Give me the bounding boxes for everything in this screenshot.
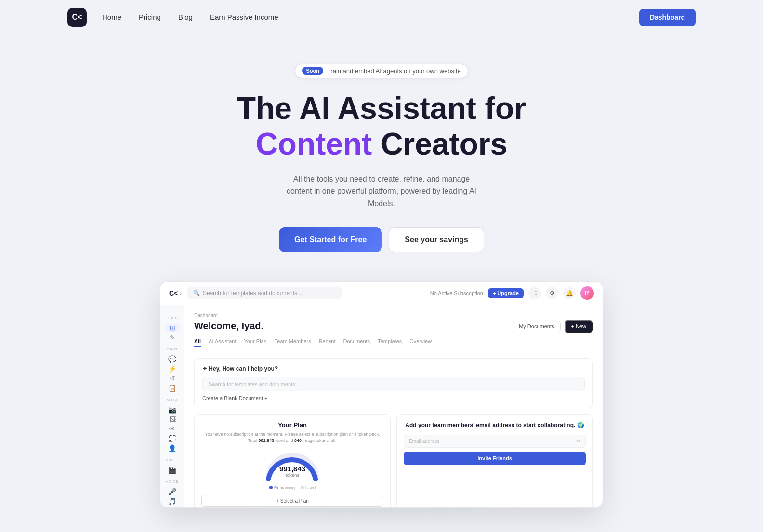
db-bottom-row: Your Plan You have no subscription at th… bbox=[194, 414, 593, 507]
badge-soon: Soon bbox=[302, 67, 323, 75]
db-ai-title: ✦ Hey, How can I help you? bbox=[202, 365, 585, 372]
tab-overview[interactable]: Overview bbox=[409, 338, 432, 347]
db-chevron-icon: › bbox=[180, 290, 182, 296]
db-my-documents-button[interactable]: My Documents bbox=[513, 321, 560, 332]
sidebar-person-icon[interactable]: 👤 bbox=[165, 444, 180, 452]
db-email-placeholder: Email address bbox=[409, 439, 439, 444]
hero-badge: Soon Train and embed AI agents on your o… bbox=[295, 64, 468, 78]
nav-home[interactable]: Home bbox=[102, 13, 121, 21]
nav-earn[interactable]: Earn Passive Income bbox=[210, 13, 278, 21]
db-logo: C< › bbox=[169, 289, 182, 297]
navbar: C< Home Pricing Blog Earn Passive Income… bbox=[0, 0, 763, 35]
db-gauge: 991,843 tokens bbox=[263, 450, 321, 481]
db-plan-card: Your Plan You have no subscription at th… bbox=[194, 414, 391, 507]
db-body: USER ⊞ ✎ CHAT 💬 ⚡ ↺ 📋 IMAGE 📷 🖼 👁 💭 👤 VI… bbox=[160, 305, 603, 507]
sidebar-video-icon[interactable]: 🎬 bbox=[165, 466, 180, 474]
legend-used-label: Used bbox=[305, 485, 316, 490]
db-team-card: Add your team members' email address to … bbox=[396, 414, 593, 507]
db-topbar: C< › 🔍 Search for templates and document… bbox=[160, 282, 603, 305]
sidebar-user-label: USER bbox=[166, 316, 178, 320]
sidebar-video-label: VIDEO bbox=[166, 458, 179, 462]
db-bell-icon[interactable]: 🔔 bbox=[563, 287, 576, 299]
db-topbar-right: No Active Subscription + Upgrade ☽ ⚙ 🔔 I… bbox=[430, 286, 594, 300]
search-icon: 🔍 bbox=[193, 290, 200, 296]
hero-section: Soon Train and embed AI agents on your o… bbox=[0, 35, 763, 527]
nav-logo[interactable]: C< bbox=[67, 8, 87, 27]
legend-remaining-label: Remaining bbox=[274, 485, 295, 490]
tab-your-plan[interactable]: Your Plan bbox=[244, 338, 267, 347]
dashboard-preview: C< › 🔍 Search for templates and document… bbox=[160, 281, 603, 508]
hero-subtitle: All the tools you need to create, refine… bbox=[280, 173, 483, 210]
db-welcome-actions: My Documents + New bbox=[513, 320, 593, 333]
db-ai-card: ✦ Hey, How can I help you? Search for te… bbox=[194, 358, 593, 408]
db-new-button[interactable]: + New bbox=[565, 320, 593, 333]
db-sidebar: USER ⊞ ✎ CHAT 💬 ⚡ ↺ 📋 IMAGE 📷 🖼 👁 💭 👤 VI… bbox=[160, 305, 184, 507]
tab-ai-assistant[interactable]: AI Assistant bbox=[209, 338, 236, 347]
badge-text: Train and embed AI agents on your own we… bbox=[327, 67, 461, 75]
nav-links: Home Pricing Blog Earn Passive Income bbox=[102, 13, 639, 22]
sidebar-mic-icon[interactable]: 🎵 bbox=[165, 497, 180, 505]
db-settings-icon[interactable]: ⚙ bbox=[546, 287, 558, 299]
db-upgrade-button[interactable]: + Upgrade bbox=[488, 288, 524, 298]
db-gauge-tokens: tokens bbox=[279, 473, 305, 478]
db-plan-image-tokens: 940 bbox=[294, 438, 302, 443]
db-search-box[interactable]: 🔍 Search for templates and documents... bbox=[187, 287, 342, 299]
sidebar-chat2-icon[interactable]: 💭 bbox=[165, 435, 180, 442]
sidebar-edit-icon[interactable]: ✎ bbox=[165, 334, 180, 341]
nav-pricing[interactable]: Pricing bbox=[139, 13, 161, 21]
db-invite-friends-button[interactable]: Invite Friends bbox=[404, 452, 586, 465]
sidebar-clipboard-icon[interactable]: 📋 bbox=[165, 384, 180, 392]
db-welcome-title: Welcome, Iyad. bbox=[194, 321, 263, 332]
nav-blog[interactable]: Blog bbox=[178, 13, 193, 21]
sidebar-voice-person-icon[interactable]: 🎤 bbox=[165, 488, 180, 495]
db-email-send-icon: ✉ bbox=[577, 439, 580, 444]
legend-remaining-dot bbox=[269, 486, 273, 489]
tab-documents[interactable]: Documents bbox=[343, 338, 370, 347]
sidebar-voice-label: VOICE bbox=[166, 480, 179, 484]
sidebar-camera-icon[interactable]: 📷 bbox=[165, 406, 180, 414]
tab-recent[interactable]: Recent bbox=[319, 338, 336, 347]
sidebar-sparkle-icon[interactable]: ✦ bbox=[165, 507, 180, 508]
legend-remaining: Remaining bbox=[269, 485, 295, 490]
tab-templates[interactable]: Templates bbox=[378, 338, 402, 347]
db-breadcrumb: Dashboard bbox=[194, 313, 593, 318]
sidebar-chat-label: CHAT bbox=[167, 347, 178, 351]
sidebar-refresh-icon[interactable]: ↺ bbox=[165, 375, 180, 382]
db-create-blank[interactable]: Create a Blank Document + bbox=[202, 395, 585, 401]
hero-title-line2: Content Creators bbox=[256, 127, 508, 161]
sidebar-bolt-icon[interactable]: ⚡ bbox=[165, 365, 180, 373]
db-plan-words: 991,843 bbox=[258, 438, 274, 443]
db-plan-desc: You have no subscription at the moment. … bbox=[201, 431, 383, 444]
db-gauge-number: 991,843 tokens bbox=[279, 465, 305, 481]
db-main-content: Dashboard Welcome, Iyad. My Documents + … bbox=[184, 305, 603, 507]
sidebar-chat-icon[interactable]: 💬 bbox=[165, 355, 180, 363]
hero-buttons: Get Started for Free See your savings bbox=[279, 227, 484, 252]
sidebar-eye-icon[interactable]: 👁 bbox=[165, 425, 180, 433]
db-moon-icon[interactable]: ☽ bbox=[528, 287, 541, 299]
db-select-plan-button[interactable]: + Select a Plan bbox=[201, 495, 383, 507]
logo-text: C< bbox=[72, 13, 82, 22]
sidebar-image-label: IMAGE bbox=[165, 398, 179, 402]
get-started-button[interactable]: Get Started for Free bbox=[279, 227, 382, 252]
dashboard-preview-wrapper: C< › 🔍 Search for templates and document… bbox=[10, 281, 753, 508]
db-plan-title: Your Plan bbox=[201, 421, 383, 428]
sidebar-grid-icon[interactable]: ⊞ bbox=[165, 324, 180, 332]
db-plan-stat: 991,843 bbox=[279, 465, 305, 473]
db-tabs: All AI Assistant Your Plan Team Members … bbox=[194, 338, 593, 351]
db-team-title: Add your team members' email address to … bbox=[405, 421, 584, 429]
db-user-avatar[interactable]: IY bbox=[580, 286, 594, 300]
see-savings-button[interactable]: See your savings bbox=[389, 227, 484, 252]
db-no-subscription: No Active Subscription bbox=[430, 290, 483, 296]
nav-dashboard-button[interactable]: Dashboard bbox=[639, 9, 696, 26]
legend-used: Used bbox=[301, 485, 316, 490]
db-welcome-row: Welcome, Iyad. My Documents + New bbox=[194, 320, 593, 333]
db-logo-text: C< bbox=[169, 289, 178, 297]
tab-all[interactable]: All bbox=[194, 338, 201, 347]
sidebar-image-icon[interactable]: 🖼 bbox=[165, 415, 180, 423]
db-ai-search-input[interactable]: Search for templates and documents... bbox=[202, 377, 585, 391]
tab-team-members[interactable]: Team Members bbox=[275, 338, 311, 347]
db-legend: Remaining Used bbox=[201, 485, 383, 490]
db-email-input[interactable]: Email address ✉ bbox=[404, 435, 586, 448]
hero-title-black: Creators bbox=[372, 127, 507, 161]
hero-title-purple: Content bbox=[256, 127, 372, 161]
